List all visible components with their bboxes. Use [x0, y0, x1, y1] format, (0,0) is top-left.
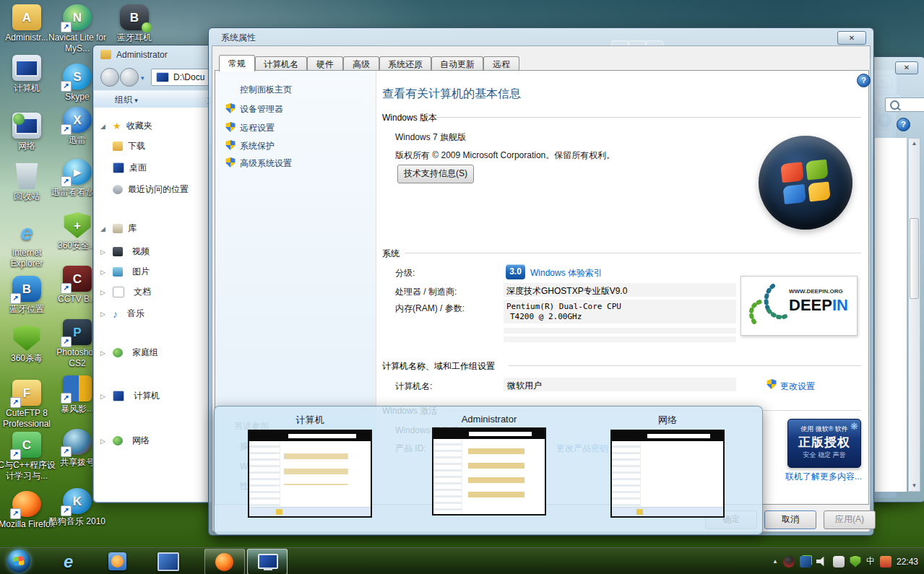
cpu-value: 深度技术GHOSTXP专业版V9.0 [506, 285, 627, 297]
tray-qq-icon[interactable] [783, 556, 795, 568]
tab-hardware[interactable]: 硬件 [307, 56, 343, 71]
tab-general[interactable]: 常规 [219, 55, 255, 71]
back-button[interactable] [100, 68, 119, 87]
support-info-button[interactable]: 技术支持信息(S) [397, 165, 474, 183]
thumbnail-preview[interactable] [610, 430, 725, 518]
change-settings-link[interactable]: 更改设置 [780, 381, 815, 393]
taskbar-button-firefox[interactable] [204, 549, 245, 574]
expander-closed-icon[interactable]: ▷ [100, 269, 108, 276]
sidebar-item-desktop[interactable]: 桌面 [113, 162, 147, 174]
thumbnail-preview[interactable] [248, 430, 372, 518]
tab-advanced[interactable]: 高级 [343, 56, 379, 71]
desktop-icon-bluetooth-headset[interactable]: B 蓝牙耳机 [105, 4, 164, 43]
value-strip [504, 328, 736, 334]
expander-closed-icon[interactable]: ▷ [100, 310, 108, 318]
window-body [875, 138, 907, 492]
tab-auto-update[interactable]: 自动更新 [431, 56, 483, 71]
sidebar-item-homegroup[interactable]: ▷ 家庭组 [100, 347, 158, 359]
sidebar-item-libraries[interactable]: ◢ 库 [100, 222, 137, 235]
thumbnail-preview[interactable] [432, 427, 546, 516]
tray-expand-icon[interactable]: ▲ [772, 558, 778, 565]
forward-button[interactable] [120, 68, 139, 87]
expander-closed-icon[interactable]: ▷ [100, 248, 108, 256]
shield-plus-icon: + [63, 212, 92, 238]
mini-sidebar [612, 441, 641, 516]
expander-closed-icon[interactable]: ▷ [100, 438, 108, 445]
check-badge-icon [142, 22, 152, 32]
search-icon [890, 100, 899, 110]
tray-ime-indicator[interactable]: 中 [866, 555, 875, 568]
taskbar-ie-icon[interactable]: e [64, 552, 73, 572]
tray-app-icon[interactable] [880, 556, 891, 568]
bluetooth-headset-icon: B [120, 4, 149, 30]
nav-advanced-settings[interactable]: 高级系统设置 [240, 157, 292, 170]
shortcut-arrow-icon: ↗ [61, 446, 72, 457]
background-window-network[interactable]: ✕ ? ▲ ▼ [868, 56, 924, 503]
tab-system-restore[interactable]: 系统还原 [379, 56, 431, 71]
nav-device-manager[interactable]: 设备管理器 [240, 103, 283, 116]
thumbnail-administrator[interactable]: Administrator [432, 414, 546, 516]
sidebar-item-downloads[interactable]: 下载 [113, 140, 145, 152]
computer-icon [113, 391, 124, 401]
sidebar-item-favorites[interactable]: ◢ ★ 收藏夹 [100, 120, 152, 132]
close-icon[interactable]: ✕ [837, 31, 866, 45]
sidebar-item-pictures[interactable]: ▷ 图片 [100, 266, 150, 278]
uac-shield-icon [767, 379, 777, 389]
nav-control-panel-home[interactable]: 控制面板主页 [240, 84, 292, 96]
mini-address-bar [469, 432, 531, 436]
scrollbar[interactable]: ▲ ▼ [908, 138, 920, 492]
document-icon [113, 287, 124, 297]
taskbar-button-computer[interactable] [247, 549, 288, 574]
cancel-button[interactable]: 取消 [764, 510, 816, 529]
sidebar-item-videos[interactable]: ▷ 视频 [100, 245, 150, 258]
start-button[interactable] [7, 549, 30, 573]
sidebar-item-computer[interactable]: ▷ 计算机 [100, 390, 160, 402]
expander-open-icon[interactable]: ◢ [100, 225, 108, 232]
deepin-url: WWW.DEEPIN.ORG [789, 288, 843, 295]
taskbar-wmp-icon[interactable] [108, 552, 126, 570]
search-input[interactable] [885, 97, 924, 112]
tab-computer-name[interactable]: 计算机名 [255, 56, 307, 71]
tray-volume-icon[interactable] [816, 556, 828, 568]
sidebar-item-music[interactable]: ▷ ♪ 音乐 [100, 308, 144, 320]
scroll-up-icon[interactable]: ▲ [909, 139, 920, 149]
history-dropdown-icon[interactable]: ▾ [141, 74, 144, 82]
nav-system-protection[interactable]: 系统保护 [240, 140, 275, 152]
expander-closed-icon[interactable]: ▷ [100, 349, 108, 357]
shortcut-arrow-icon: ↗ [61, 22, 72, 32]
help-icon[interactable]: ? [897, 118, 910, 131]
sidebar-item-network[interactable]: ▷ 网络 [100, 435, 150, 447]
xunlei-icon: X↗ [63, 107, 92, 133]
tab-remote[interactable]: 远程 [483, 56, 519, 71]
recycle-bin-icon [12, 163, 41, 189]
genuine-software-badge: 使用 微软® 软件 正版授权 安全 稳定 声誉 ❋ [787, 419, 861, 468]
sidebar-item-documents[interactable]: ▷ 文档 [100, 286, 151, 298]
navicat-icon: N↗ [63, 4, 92, 30]
expander-closed-icon[interactable]: ▷ [100, 289, 108, 296]
close-icon[interactable]: ✕ [895, 61, 918, 74]
shield-icon [12, 325, 41, 351]
scroll-down-icon[interactable]: ▼ [909, 481, 920, 491]
taskbar-clock[interactable]: 22:43 [897, 557, 918, 567]
nav-remote-settings[interactable]: 远程设置 [240, 122, 275, 134]
globe-icon [13, 113, 25, 125]
mini-address-bar [288, 434, 356, 438]
scrollbar-thumb[interactable] [910, 218, 919, 299]
experience-index-link[interactable]: Windows 体验索引 [530, 267, 603, 279]
thumbnail-network[interactable]: 网络 [610, 414, 725, 518]
organize-menu[interactable]: 组织 ▾ [115, 94, 138, 106]
tray-power-icon[interactable] [833, 556, 845, 568]
expander-open-icon[interactable]: ◢ [100, 123, 108, 130]
divider [509, 365, 861, 366]
help-icon[interactable]: ? [857, 74, 871, 87]
taskbar-display-icon[interactable] [157, 552, 179, 571]
learn-more-link[interactable]: 联机了解更多内容... [785, 471, 862, 483]
deepin-swirl-icon [744, 280, 789, 331]
tray-360-icon[interactable] [850, 556, 861, 568]
thumbnail-computer[interactable]: 计算机 [248, 414, 372, 518]
expander-closed-icon[interactable]: ▷ [100, 393, 108, 400]
mini-address-bar [647, 434, 709, 438]
sidebar-item-recent-places[interactable]: 最近访问的位置 [113, 183, 189, 196]
apply-button[interactable]: 应用(A) [824, 510, 876, 529]
tray-network-icon[interactable] [800, 556, 811, 568]
